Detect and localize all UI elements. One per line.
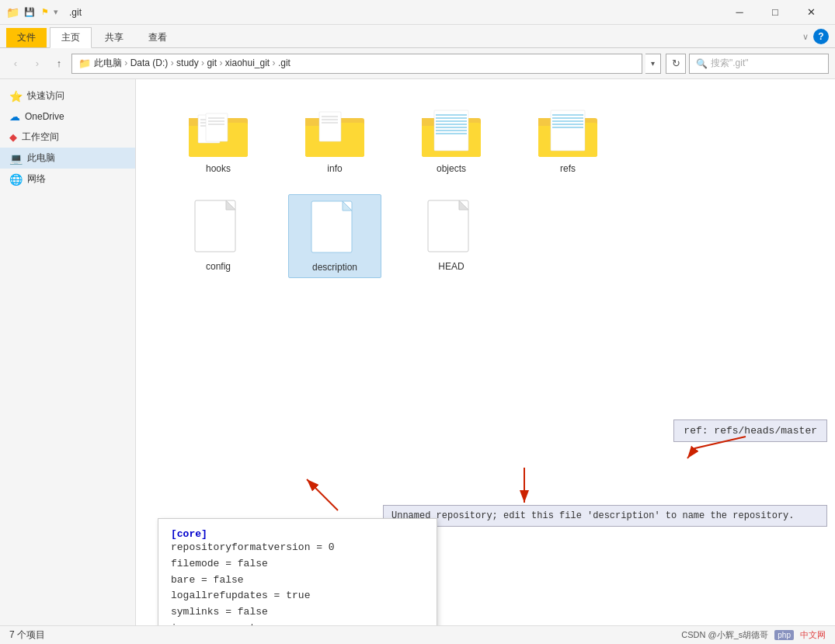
sidebar-item-quickaccess[interactable]: ⭐ 快速访问 <box>0 85 135 106</box>
tab-view[interactable]: 查看 <box>137 27 179 47</box>
file-label-config: config <box>206 261 231 272</box>
file-label-info: info <box>327 163 342 174</box>
file-item-info[interactable]: info <box>288 99 381 179</box>
info-folder-icon <box>304 104 366 160</box>
config-line-3: bare = false <box>171 573 424 589</box>
sidebar-item-thispc[interactable]: 💻 此电脑 <box>0 148 135 169</box>
file-item-head[interactable]: HEAD <box>405 194 498 278</box>
breadcrumb-dotgit[interactable]: .git <box>278 57 291 68</box>
config-line-2: filemode = false <box>171 556 424 573</box>
breadcrumb-xiaohui[interactable]: xiaohui_git <box>225 57 270 68</box>
file-label-refs: refs <box>560 163 576 174</box>
ribbon-tabs: 文件 主页 共享 查看 ∨ ? <box>0 25 835 48</box>
file-item-objects[interactable]: objects <box>405 99 498 179</box>
config-line-5: symlinks = false <box>171 604 424 621</box>
status-count: 7 个项目 <box>9 628 45 642</box>
window-icon: 📁 <box>6 6 19 19</box>
annotation-config-box: [core] repositoryformatversion = 0 filem… <box>158 518 437 625</box>
sidebar-label-workspace: 工作空间 <box>22 131 59 144</box>
address-box[interactable]: 📁 此电脑 › Data (D:) › study › git › xiaohu… <box>71 54 642 74</box>
tab-file[interactable]: 文件 <box>6 28 47 47</box>
maximize-button[interactable]: □ <box>757 0 793 25</box>
title-bar: 📁 💾 ⚑ ▾ .git ─ □ ✕ <box>0 0 835 25</box>
search-icon: 🔍 <box>696 58 708 69</box>
up-button[interactable]: ↑ <box>50 54 68 73</box>
file-item-hooks[interactable]: hooks <box>172 99 265 179</box>
desc-content-text: Unnamed repository; edit this file 'desc… <box>391 510 794 521</box>
sidebar-item-workspace[interactable]: ◆ 工作空间 <box>0 127 135 148</box>
file-item-refs[interactable]: refs <box>521 99 614 179</box>
main-layout: ⭐ 快速访问 ☁ OneDrive ◆ 工作空间 💻 此电脑 🌐 网络 <box>0 79 835 625</box>
php-badge: php <box>774 630 794 640</box>
config-key: [core] <box>171 528 424 540</box>
cn-text: 中文网 <box>800 629 826 641</box>
description-doc-icon <box>308 200 361 259</box>
annotation-desc-box: Unnamed repository; edit this file 'desc… <box>383 505 827 527</box>
toolbar-more-icon[interactable]: ▾ <box>54 7 58 17</box>
config-line-4: logallrefupdates = true <box>171 588 424 604</box>
sidebar-item-onedrive[interactable]: ☁ OneDrive <box>0 106 135 127</box>
desc-arrow <box>509 460 571 522</box>
sidebar: ⭐ 快速访问 ☁ OneDrive ◆ 工作空间 💻 此电脑 🌐 网络 <box>0 79 136 625</box>
window-title: .git <box>69 7 82 18</box>
config-line-6: ignorecase = true <box>171 621 424 625</box>
status-right: CSDN @小辉_s胡德哥 php 中文网 <box>681 629 826 641</box>
breadcrumb-study[interactable]: study <box>176 57 199 68</box>
sidebar-label-onedrive: OneDrive <box>25 111 64 122</box>
help-icon[interactable]: ? <box>813 29 829 44</box>
cloud-icon: ☁ <box>9 110 20 123</box>
document-row: config description HEAD <box>148 179 823 278</box>
hooks-folder-icon <box>187 104 249 160</box>
status-bar: 7 个项目 CSDN @小辉_s胡德哥 php 中文网 <box>0 625 835 644</box>
close-button[interactable]: ✕ <box>793 0 829 25</box>
config-doc-icon <box>192 199 245 258</box>
address-bar: ‹ › ↑ 📁 此电脑 › Data (D:) › study › git › … <box>0 48 835 79</box>
search-placeholder: 搜索".git" <box>711 57 749 70</box>
breadcrumb: 此电脑 › Data (D:) › study › git › xiaohui_… <box>94 57 291 70</box>
svg-rect-7 <box>206 113 228 141</box>
forward-button[interactable]: › <box>28 54 47 73</box>
file-label-description: description <box>312 262 357 273</box>
sidebar-label-quickaccess: 快速访问 <box>27 89 64 103</box>
content-area: hooks info <box>136 79 835 625</box>
minimize-button[interactable]: ─ <box>722 0 757 25</box>
svg-rect-32 <box>551 110 585 151</box>
config-arrow <box>291 472 369 518</box>
objects-folder-icon <box>420 104 482 160</box>
search-box[interactable]: 🔍 搜索".git" <box>689 54 829 74</box>
toolbar-flag-icon: ⚑ <box>41 7 49 17</box>
head-arrow <box>625 406 750 468</box>
file-label-head: HEAD <box>438 261 464 272</box>
window-controls: ─ □ ✕ <box>722 0 829 25</box>
breadcrumb-thispc[interactable]: 此电脑 <box>94 57 122 68</box>
refs-folder-icon <box>537 104 599 160</box>
back-button[interactable]: ‹ <box>6 54 25 73</box>
file-label-objects: objects <box>437 163 466 174</box>
folder-row: hooks info <box>148 92 823 179</box>
star-icon: ⭐ <box>9 90 23 103</box>
sidebar-label-thispc: 此电脑 <box>27 151 55 165</box>
file-item-description[interactable]: description <box>288 194 381 278</box>
refresh-button[interactable]: ↻ <box>666 54 686 74</box>
toolbar-save-icon[interactable]: 💾 <box>24 7 35 17</box>
chevron-down-icon[interactable]: ∨ <box>802 32 809 42</box>
sidebar-label-network: 网络 <box>27 172 46 186</box>
config-line-1: repositoryformatversion = 0 <box>171 540 424 556</box>
file-item-config[interactable]: config <box>172 194 265 278</box>
file-label-hooks: hooks <box>206 163 231 174</box>
path-folder-icon: 📁 <box>78 57 91 69</box>
diamond-icon: ◆ <box>9 131 17 143</box>
address-chevron[interactable]: ▾ <box>645 54 661 74</box>
computer-icon: 💻 <box>9 152 23 165</box>
tab-home[interactable]: 主页 <box>50 27 92 48</box>
head-doc-icon <box>425 199 478 258</box>
breadcrumb-datad[interactable]: Data (D:) <box>130 57 169 68</box>
tab-share[interactable]: 共享 <box>93 27 135 47</box>
network-icon: 🌐 <box>9 173 23 186</box>
breadcrumb-git[interactable]: git <box>207 57 217 68</box>
watermark-text: CSDN @小辉_s胡德哥 <box>681 629 768 641</box>
title-bar-left: 📁 💾 ⚑ ▾ .git <box>6 6 82 19</box>
sidebar-item-network[interactable]: 🌐 网络 <box>0 169 135 190</box>
